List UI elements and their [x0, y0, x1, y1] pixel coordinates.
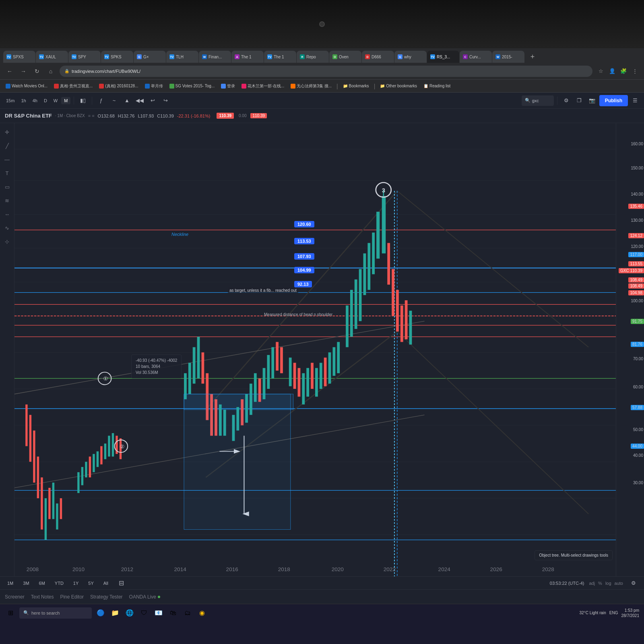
undo-button[interactable]: ↩ [147, 95, 158, 106]
tab-rs3[interactable]: TV RS_3... [427, 51, 459, 63]
symbol-search[interactable]: 🔍 gxc [522, 95, 554, 106]
tf-6m[interactable]: 6M [37, 580, 47, 586]
tab-xaul[interactable]: TV XAUL [36, 51, 68, 63]
adj-toggle[interactable]: adj [589, 581, 595, 586]
tab-tlh[interactable]: TV TLH [166, 51, 198, 63]
system-tray: 32°C Light rain ENG 1:53 pm 28/7/2021 [580, 608, 639, 618]
taskbar-files[interactable]: 📁 [109, 607, 121, 619]
measure-tool[interactable]: ↔ [2, 208, 13, 220]
tab-gx[interactable]: G G× [134, 51, 166, 63]
bookmark-movies[interactable]: Watch Movies Onl... [3, 83, 50, 89]
bookmark-mulan[interactable]: 花木兰第一部·在线... [239, 83, 287, 90]
start-button[interactable]: ⊞ [5, 607, 16, 619]
pct-toggle[interactable]: % [598, 581, 602, 586]
fullscreen-button[interactable]: ❐ [574, 95, 585, 106]
tab-screener[interactable]: Screener [5, 592, 25, 601]
candle-type-button[interactable]: ▮▯ [77, 95, 89, 106]
alert-button[interactable]: ▲ [121, 95, 132, 106]
tab-repo[interactable]: R Repo [297, 51, 329, 63]
bookmark-folder[interactable]: 📁 Bookmarks [341, 83, 372, 89]
tab-spks[interactable]: TV SPKS [101, 51, 133, 63]
fib-tool[interactable]: ≋ [2, 195, 13, 206]
tab-spy[interactable]: TV SPY [68, 51, 101, 63]
tab-over[interactable]: O Oven [329, 51, 361, 63]
bookmark-guizhou[interactable]: 真相·贵州卫视直... [52, 83, 95, 90]
tab-spxs[interactable]: TV SPXS [3, 51, 35, 63]
tab-oanda-live[interactable]: OANDA Live [129, 592, 160, 601]
svg-rect-95 [367, 243, 370, 290]
settings-gear-btn[interactable]: ⚙ [628, 578, 639, 589]
tf-d[interactable]: D [41, 97, 50, 104]
pattern-tool[interactable]: ⊹ [2, 236, 13, 247]
replay-button[interactable]: ◀◀ [134, 95, 145, 106]
auto-toggle[interactable]: auto [615, 581, 623, 586]
more-icon[interactable]: ⋮ [630, 67, 639, 76]
screenshot-bottom-btn[interactable]: ⊟ [116, 578, 127, 589]
bookmark-juyue[interactable]: 举月传 [142, 83, 165, 90]
taskbar-outlook[interactable]: 📧 [153, 607, 164, 619]
refresh-button[interactable]: ↻ [32, 66, 42, 76]
bookmark-reading-list[interactable]: 📋 Reading list [421, 83, 453, 89]
more-options-button[interactable]: ☰ [630, 95, 641, 106]
tab-2015[interactable]: W 2015- [492, 51, 524, 63]
forward-button[interactable]: → [19, 66, 28, 76]
new-tab-button[interactable]: + [526, 51, 539, 63]
tf-5y[interactable]: 5Y [86, 580, 96, 586]
tab-d666[interactable]: D D666 [362, 51, 394, 63]
publish-button[interactable]: Publish [599, 95, 628, 106]
svg-rect-48 [93, 454, 95, 472]
rect-tool[interactable]: ▭ [2, 181, 13, 192]
tab-text-notes[interactable]: Text Notes [31, 592, 54, 601]
text-tool[interactable]: T [2, 167, 13, 179]
tab-the1b[interactable]: TV The 1 [264, 51, 296, 63]
url-input[interactable]: 🔒 tradingview.com/chart/FUBw90WL/ [60, 66, 592, 77]
taskbar-chrome[interactable]: ◉ [196, 607, 208, 619]
tab-finan[interactable]: W Finan... [199, 51, 231, 63]
tf-4h[interactable]: 4h [30, 97, 40, 104]
log-toggle[interactable]: log [605, 581, 611, 586]
taskbar-cortana[interactable]: 🔵 [95, 607, 106, 619]
price-30: 30.00 [633, 481, 643, 485]
tab-the1a[interactable]: A The 1 [231, 51, 264, 63]
crosshair-tool[interactable]: ✛ [2, 126, 13, 138]
taskbar-store[interactable]: 🛍 [167, 607, 179, 619]
tf-3m[interactable]: 3M [21, 580, 31, 586]
taskbar-windows-security[interactable]: 🛡 [138, 607, 150, 619]
taskbar-explorer[interactable]: 🗂 [182, 607, 193, 619]
tf-1m[interactable]: 1M [5, 580, 16, 586]
tab-why[interactable]: G why [394, 51, 427, 63]
tf-1h[interactable]: 1h [18, 97, 29, 104]
price-81: 81.76 [631, 342, 644, 347]
tf-m[interactable]: M [61, 97, 70, 104]
tf-ytd[interactable]: YTD [52, 580, 66, 586]
profile-icon[interactable]: 👤 [608, 67, 617, 76]
back-button[interactable]: ← [5, 66, 14, 76]
bookmark-star-icon[interactable]: ☆ [597, 67, 605, 76]
settings-button[interactable]: ⚙ [561, 95, 572, 106]
trend-line-tool[interactable]: ╱ [2, 140, 13, 151]
tf-w[interactable]: W [51, 97, 60, 104]
tab-pine-editor[interactable]: Pine Editor [60, 592, 84, 601]
horizontal-line-tool[interactable]: — [2, 154, 13, 165]
taskbar-edge[interactable]: 🌐 [124, 607, 135, 619]
bookmark-other[interactable]: 📁 Other bookmarks [378, 83, 419, 89]
bookmark-ep3[interactable]: 无心法师第3集 搜... [288, 83, 334, 90]
indicators-button[interactable]: ~ [108, 95, 120, 106]
add-indicator-button[interactable]: ƒ [95, 95, 107, 106]
tf-1y[interactable]: 1Y [71, 580, 81, 586]
tf-15m[interactable]: 15m [3, 97, 17, 104]
elliott-wave-tool[interactable]: ∿ [2, 222, 13, 233]
bookmark-sg-votes[interactable]: SG Votes 2015- Tog... [167, 83, 217, 89]
extensions-icon[interactable]: 🧩 [619, 67, 628, 76]
bookmark-zhenxiang[interactable]: (真相) 20160128... [97, 83, 140, 90]
chart-canvas[interactable]: 3 ① ② [14, 123, 616, 576]
tab-strategy-tester[interactable]: Strategy Tester [90, 592, 122, 601]
taskbar-search[interactable]: 🔍 here to search [19, 607, 92, 619]
bookmark-login[interactable]: 登录 [219, 83, 237, 90]
tf-all[interactable]: All [101, 580, 111, 586]
snapshot-button[interactable]: 📷 [586, 95, 598, 106]
redo-button[interactable]: ↪ [160, 95, 171, 106]
tab-curv[interactable]: C Curv... [460, 51, 492, 63]
price-140: 140.00 [631, 192, 643, 196]
home-button[interactable]: ⌂ [46, 66, 56, 76]
